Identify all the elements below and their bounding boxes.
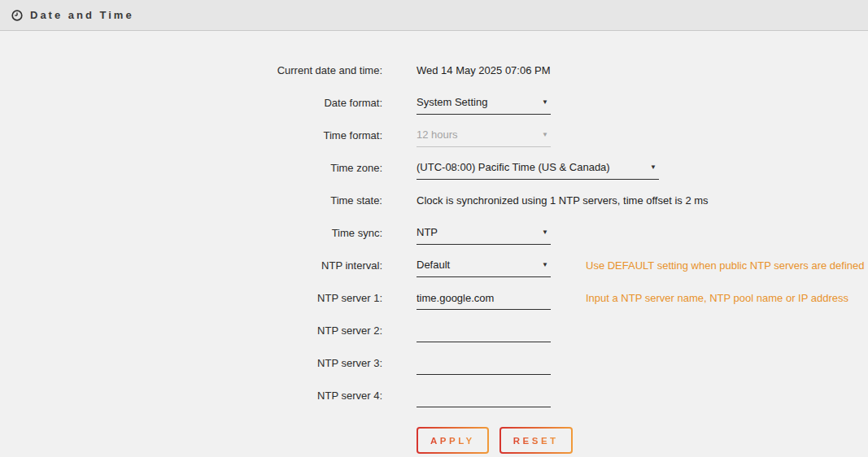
row-time-format: Time format: 12 hours ▼ (0, 128, 868, 161)
row-ntp-server-1: NTP server 1: Input a NTP server name, N… (0, 291, 868, 324)
apply-button-label: APPLY (430, 436, 475, 446)
field-label-date-format: Date format: (0, 96, 382, 110)
date-format-select[interactable]: System Setting ▼ (417, 96, 551, 115)
chevron-down-icon: ▼ (542, 259, 551, 272)
chevron-down-icon: ▼ (542, 226, 551, 239)
chevron-down-icon: ▼ (542, 128, 551, 141)
field-label-ntp-server-3: NTP server 3: (0, 356, 382, 370)
field-label-time-sync: Time sync: (0, 226, 382, 240)
field-label-ntp-server-1: NTP server 1: (0, 291, 382, 305)
row-time-zone: Time zone: (UTC-08:00) Pacific Time (US … (0, 161, 868, 194)
date-format-selected-value: System Setting (417, 96, 487, 109)
time-format-select: 12 hours ▼ (417, 128, 551, 147)
time-sync-select[interactable]: NTP ▼ (417, 226, 551, 245)
field-label-ntp-interval: NTP interval: (0, 259, 382, 272)
field-label-time-format: Time format: (0, 128, 382, 142)
ntp-server-1-input[interactable] (417, 291, 551, 310)
field-label-time-state: Time state: (0, 194, 382, 207)
row-time-sync: Time sync: NTP ▼ (0, 226, 868, 259)
field-label-ntp-server-4: NTP server 4: (0, 389, 382, 403)
field-label-current-datetime: Current date and time: (0, 63, 382, 77)
reset-button-label: RESET (513, 436, 559, 446)
chevron-down-icon: ▼ (542, 96, 551, 109)
reset-button[interactable]: RESET (499, 427, 573, 454)
row-ntp-interval: NTP interval: Default ▼ Use DEFAULT sett… (0, 259, 868, 291)
clock-icon (11, 10, 23, 21)
time-zone-selected-value: (UTC-08:00) Pacific Time (US & Canada) (417, 161, 610, 174)
time-format-selected-value: 12 hours (417, 128, 458, 141)
time-sync-selected-value: NTP (417, 226, 438, 239)
chevron-down-icon: ▼ (650, 161, 659, 174)
field-label-ntp-server-2: NTP server 2: (0, 324, 382, 337)
row-ntp-server-2: NTP server 2: (0, 324, 868, 356)
ntp-server-3-input[interactable] (417, 356, 551, 375)
row-time-state: Time state: Clock is synchronized using … (0, 194, 868, 226)
ntp-server-2-input[interactable] (417, 324, 551, 342)
field-label-time-zone: Time zone: (0, 161, 382, 175)
ntp-server-4-input[interactable] (417, 389, 551, 407)
page-header: Date and Time (0, 0, 868, 31)
ntp-interval-select[interactable]: Default ▼ (417, 259, 551, 277)
form-actions: APPLY RESET (417, 427, 868, 454)
time-state-value: Clock is synchronized using 1 NTP server… (417, 194, 709, 207)
apply-button[interactable]: APPLY (417, 427, 489, 454)
row-date-format: Date format: System Setting ▼ (0, 96, 868, 128)
row-ntp-server-4: NTP server 4: (0, 389, 868, 421)
date-time-settings-page: Date and Time Current date and time: Wed… (0, 0, 868, 454)
ntp-interval-selected-value: Default (417, 259, 450, 272)
ntp-server-1-note: Input a NTP server name, NTP pool name o… (586, 291, 848, 305)
row-ntp-server-3: NTP server 3: (0, 356, 868, 389)
page-title: Date and Time (30, 9, 134, 21)
row-current-datetime: Current date and time: Wed 14 May 2025 0… (0, 63, 868, 96)
current-datetime-value: Wed 14 May 2025 07:06 PM (417, 63, 551, 77)
time-zone-select[interactable]: (UTC-08:00) Pacific Time (US & Canada) ▼ (417, 161, 659, 180)
date-time-form: Current date and time: Wed 14 May 2025 0… (0, 31, 868, 454)
ntp-interval-note: Use DEFAULT setting when public NTP serv… (586, 259, 865, 272)
